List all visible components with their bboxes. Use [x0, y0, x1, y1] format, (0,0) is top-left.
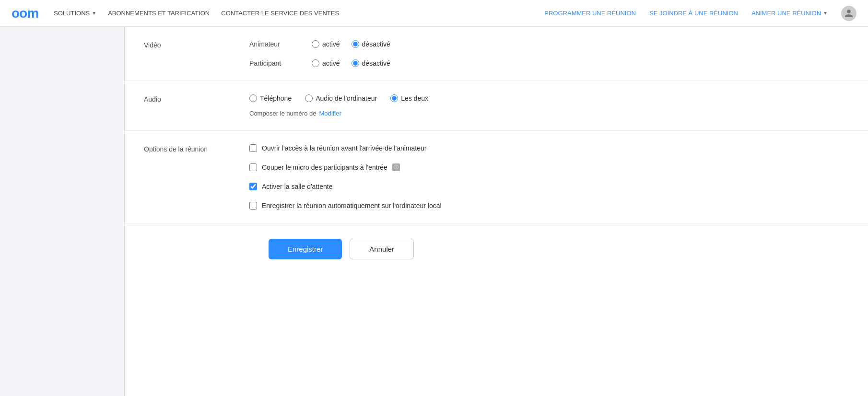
nav-programmer[interactable]: PROGRAMMER UNE RÉUNION: [544, 10, 636, 17]
nav-contacter[interactable]: CONTACTER LE SERVICE DES VENTES: [221, 10, 339, 17]
nav-abonnements[interactable]: ABONNEMENTS ET TARIFICATION: [108, 10, 210, 17]
option-salle-row: Activer la salle d'attente: [249, 183, 849, 190]
nav-solutions[interactable]: SOLUTIONS ▼: [54, 10, 96, 17]
avatar[interactable]: [841, 6, 856, 21]
participant-inactive-radio[interactable]: [352, 59, 359, 67]
participant-active-radio[interactable]: [312, 59, 319, 67]
audio-label: Audio: [144, 94, 249, 117]
option-salle-checkbox[interactable]: [249, 183, 257, 190]
content: Vidéo Animateur activé désactivé: [125, 27, 868, 396]
navbar: oom SOLUTIONS ▼ ABONNEMENTS ET TARIFICAT…: [0, 0, 868, 27]
participant-label: Participant: [249, 59, 312, 67]
animateur-row: Animateur activé désactivé: [249, 40, 849, 48]
main-wrapper: Vidéo Animateur activé désactivé: [0, 27, 868, 396]
compose-line: Composer le numéro de Modifier: [249, 110, 849, 117]
animateur-active-radio[interactable]: [312, 40, 319, 48]
logo: oom: [12, 6, 38, 21]
audio-section: Audio Téléphone Audio de l'ordinateur Le…: [125, 81, 868, 131]
nav-animer[interactable]: ANIMER UNE RÉUNION ▼: [751, 10, 828, 17]
cancel-button[interactable]: Annuler: [350, 239, 414, 259]
save-button[interactable]: Enregistrer: [269, 239, 342, 259]
option-micro-checkbox[interactable]: [249, 163, 257, 171]
meeting-options-label: Options de la réunion: [144, 144, 249, 210]
meeting-options-content: Ouvrir l'accès à la réunion avant l'arri…: [249, 144, 849, 210]
animateur-active-option[interactable]: activé: [312, 40, 340, 48]
video-content: Animateur activé désactivé Part: [249, 40, 849, 67]
audio-ordinateur-radio[interactable]: [305, 94, 313, 102]
buttons-section: Enregistrer Annuler: [125, 223, 868, 275]
info-icon[interactable]: ⓘ: [392, 163, 400, 171]
video-section: Vidéo Animateur activé désactivé: [125, 27, 868, 81]
participant-active-option[interactable]: activé: [312, 59, 340, 67]
participant-radio-group: activé désactivé: [312, 59, 390, 67]
sidebar: [0, 27, 125, 396]
option-micro-row: Couper le micro des participants à l'ent…: [249, 163, 849, 171]
audio-les-deux-radio[interactable]: [390, 94, 398, 102]
animateur-radio-group: activé désactivé: [312, 40, 390, 48]
option-enregistrer-row: Enregistrer la réunion automatiquement s…: [249, 202, 849, 210]
audio-options: Téléphone Audio de l'ordinateur Les deux: [249, 94, 849, 102]
chevron-down-icon: ▼: [92, 11, 96, 16]
animateur-inactive-option[interactable]: désactivé: [352, 40, 390, 48]
navbar-left: SOLUTIONS ▼ ABONNEMENTS ET TARIFICATION …: [54, 10, 544, 17]
audio-telephone-radio[interactable]: [249, 94, 257, 102]
audio-telephone-option[interactable]: Téléphone: [249, 94, 292, 102]
animateur-label: Animateur: [249, 40, 312, 48]
animateur-inactive-radio[interactable]: [352, 40, 359, 48]
option-enregistrer-checkbox[interactable]: [249, 202, 257, 210]
audio-content: Téléphone Audio de l'ordinateur Les deux…: [249, 94, 849, 117]
video-label: Vidéo: [144, 40, 249, 67]
meeting-options-section: Options de la réunion Ouvrir l'accès à l…: [125, 131, 868, 223]
participant-row: Participant activé désactivé: [249, 59, 849, 67]
option-ouvrir-row: Ouvrir l'accès à la réunion avant l'arri…: [249, 144, 849, 152]
audio-les-deux-option[interactable]: Les deux: [390, 94, 428, 102]
nav-joindre[interactable]: SE JOINDRE À UNE RÉUNION: [649, 10, 738, 17]
audio-ordinateur-option[interactable]: Audio de l'ordinateur: [305, 94, 377, 102]
option-ouvrir-checkbox[interactable]: [249, 144, 257, 152]
chevron-down-icon: ▼: [823, 11, 828, 16]
participant-inactive-option[interactable]: désactivé: [352, 59, 390, 67]
compose-link[interactable]: Modifier: [319, 110, 341, 117]
navbar-right: PROGRAMMER UNE RÉUNION SE JOINDRE À UNE …: [544, 6, 856, 21]
